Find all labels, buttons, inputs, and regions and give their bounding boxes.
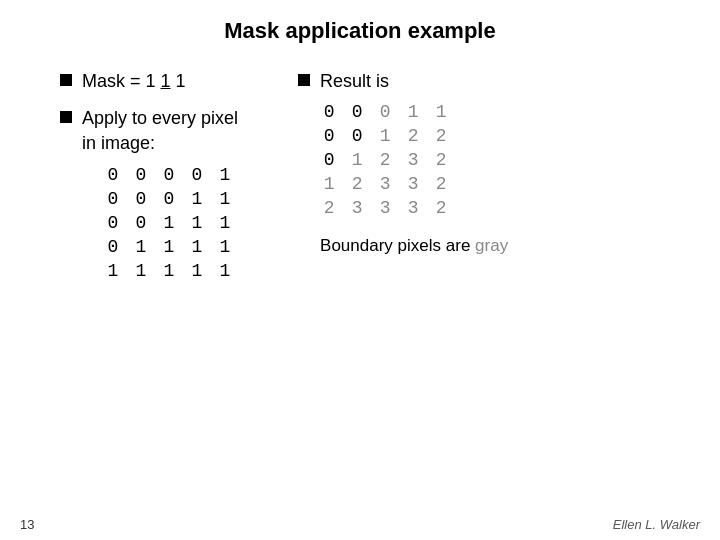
cell-4-1: 1 [132, 261, 150, 281]
rcell-4-3: 3 [404, 198, 422, 218]
rcell-3-1: 2 [348, 174, 366, 194]
cell-4-0: 1 [104, 261, 122, 281]
result-row: 2 3 3 3 2 [320, 198, 508, 218]
cell-1-0: 0 [104, 189, 122, 209]
cell-2-3: 1 [188, 213, 206, 233]
boundary-note: Boundary pixels are gray [320, 236, 508, 256]
rcell-2-0: 0 [320, 150, 338, 170]
cell-2-4: 1 [216, 213, 234, 233]
cell-0-3: 0 [188, 165, 206, 185]
rcell-0-2: 0 [376, 102, 394, 122]
cell-2-2: 1 [160, 213, 178, 233]
result-row: 0 0 1 2 2 [320, 126, 508, 146]
matrix-row: 0 0 0 0 1 [104, 165, 238, 185]
rcell-1-0: 0 [320, 126, 338, 146]
rcell-0-0: 0 [320, 102, 338, 122]
rcell-3-4: 2 [432, 174, 450, 194]
rcell-0-4: 1 [432, 102, 450, 122]
apply-bullet-icon [60, 111, 72, 123]
cell-0-2: 0 [160, 165, 178, 185]
matrix-row: 0 1 1 1 1 [104, 237, 238, 257]
cell-3-4: 1 [216, 237, 234, 257]
input-matrix: 0 0 0 0 1 0 0 0 1 1 0 0 [104, 165, 238, 281]
apply-bullet-item: Apply to every pixelin image: 0 0 0 0 1 … [60, 106, 238, 280]
rcell-2-4: 2 [432, 150, 450, 170]
rcell-1-4: 2 [432, 126, 450, 146]
result-row: 1 2 3 3 2 [320, 174, 508, 194]
rcell-0-1: 0 [348, 102, 366, 122]
cell-3-1: 1 [132, 237, 150, 257]
page-number: 13 [20, 517, 34, 532]
content-area: Mask = 1 1 1 Apply to every pixelin imag… [0, 64, 720, 293]
rcell-4-2: 3 [376, 198, 394, 218]
author-credit: Ellen L. Walker [613, 517, 700, 532]
result-bullet-icon [298, 74, 310, 86]
right-column: Result is 0 0 0 1 1 0 0 1 2 2 0 [298, 69, 508, 293]
rcell-3-2: 3 [376, 174, 394, 194]
rcell-2-2: 2 [376, 150, 394, 170]
cell-2-1: 0 [132, 213, 150, 233]
rcell-1-1: 0 [348, 126, 366, 146]
rcell-4-0: 2 [320, 198, 338, 218]
page-title: Mask application example [0, 0, 720, 64]
rcell-4-1: 3 [348, 198, 366, 218]
matrix-row: 1 1 1 1 1 [104, 261, 238, 281]
rcell-3-3: 3 [404, 174, 422, 194]
apply-label: Apply to every pixelin image: [82, 106, 238, 156]
rcell-3-0: 1 [320, 174, 338, 194]
cell-0-1: 0 [132, 165, 150, 185]
cell-3-0: 0 [104, 237, 122, 257]
result-row: 0 1 2 3 2 [320, 150, 508, 170]
rcell-1-3: 2 [404, 126, 422, 146]
boundary-note-suffix: gray [475, 236, 508, 255]
cell-0-0: 0 [104, 165, 122, 185]
cell-1-1: 0 [132, 189, 150, 209]
mask-bullet-item: Mask = 1 1 1 [60, 69, 238, 94]
result-row: 0 0 0 1 1 [320, 102, 508, 122]
rcell-2-1: 1 [348, 150, 366, 170]
cell-4-3: 1 [188, 261, 206, 281]
cell-4-4: 1 [216, 261, 234, 281]
rcell-0-3: 1 [404, 102, 422, 122]
cell-1-3: 1 [188, 189, 206, 209]
rcell-4-4: 2 [432, 198, 450, 218]
cell-1-2: 0 [160, 189, 178, 209]
matrix-row: 0 0 1 1 1 [104, 213, 238, 233]
mask-label: Mask = 1 1 1 [82, 69, 186, 94]
cell-1-4: 1 [216, 189, 234, 209]
cell-4-2: 1 [160, 261, 178, 281]
cell-0-4: 1 [216, 165, 234, 185]
bullet-icon [60, 74, 72, 86]
matrix-row: 0 0 0 1 1 [104, 189, 238, 209]
result-header: Result is [298, 69, 508, 94]
boundary-note-prefix: Boundary pixels are [320, 236, 475, 255]
cell-3-3: 1 [188, 237, 206, 257]
rcell-2-3: 3 [404, 150, 422, 170]
cell-3-2: 1 [160, 237, 178, 257]
cell-2-0: 0 [104, 213, 122, 233]
rcell-1-2: 1 [376, 126, 394, 146]
result-matrix: 0 0 0 1 1 0 0 1 2 2 0 1 2 3 2 [320, 102, 508, 218]
left-column: Mask = 1 1 1 Apply to every pixelin imag… [60, 69, 238, 293]
mask-underlined-digit: 1 [161, 71, 171, 91]
result-label: Result is [320, 69, 389, 94]
